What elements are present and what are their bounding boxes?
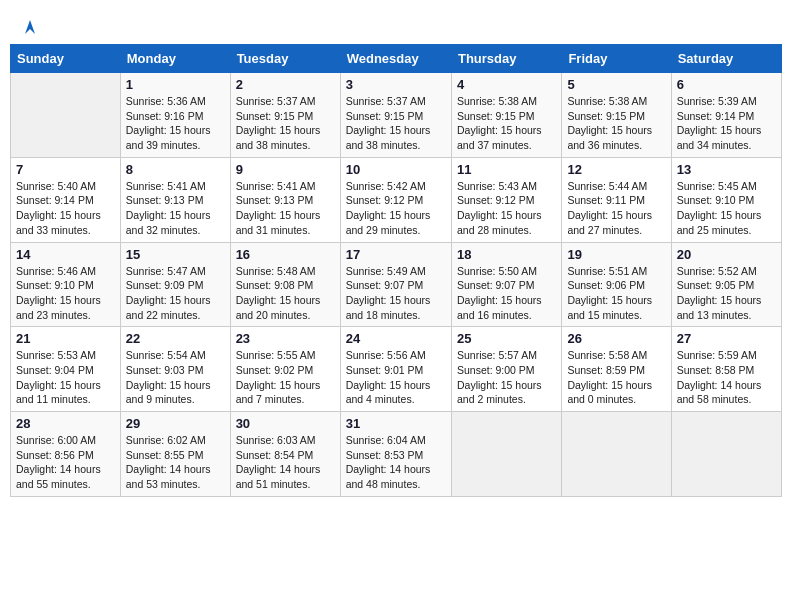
day-number: 13: [677, 162, 776, 177]
day-cell: 27Sunrise: 5:59 AM Sunset: 8:58 PM Dayli…: [671, 327, 781, 412]
day-info: Sunrise: 5:57 AM Sunset: 9:00 PM Dayligh…: [457, 348, 556, 407]
day-info: Sunrise: 5:45 AM Sunset: 9:10 PM Dayligh…: [677, 179, 776, 238]
day-cell: 2Sunrise: 5:37 AM Sunset: 9:15 PM Daylig…: [230, 73, 340, 158]
week-row-5: 28Sunrise: 6:00 AM Sunset: 8:56 PM Dayli…: [11, 412, 782, 497]
day-number: 26: [567, 331, 665, 346]
day-info: Sunrise: 6:03 AM Sunset: 8:54 PM Dayligh…: [236, 433, 335, 492]
day-cell: 14Sunrise: 5:46 AM Sunset: 9:10 PM Dayli…: [11, 242, 121, 327]
week-row-3: 14Sunrise: 5:46 AM Sunset: 9:10 PM Dayli…: [11, 242, 782, 327]
day-info: Sunrise: 5:49 AM Sunset: 9:07 PM Dayligh…: [346, 264, 446, 323]
day-info: Sunrise: 5:38 AM Sunset: 9:15 PM Dayligh…: [457, 94, 556, 153]
week-row-2: 7Sunrise: 5:40 AM Sunset: 9:14 PM Daylig…: [11, 157, 782, 242]
day-info: Sunrise: 5:37 AM Sunset: 9:15 PM Dayligh…: [346, 94, 446, 153]
day-number: 2: [236, 77, 335, 92]
logo-arrow-icon: [19, 16, 41, 38]
day-cell: 12Sunrise: 5:44 AM Sunset: 9:11 PM Dayli…: [562, 157, 671, 242]
day-info: Sunrise: 6:04 AM Sunset: 8:53 PM Dayligh…: [346, 433, 446, 492]
day-number: 31: [346, 416, 446, 431]
day-info: Sunrise: 5:58 AM Sunset: 8:59 PM Dayligh…: [567, 348, 665, 407]
day-number: 8: [126, 162, 225, 177]
day-number: 21: [16, 331, 115, 346]
day-number: 3: [346, 77, 446, 92]
day-cell: [671, 412, 781, 497]
svg-marker-0: [25, 20, 35, 34]
day-info: Sunrise: 5:40 AM Sunset: 9:14 PM Dayligh…: [16, 179, 115, 238]
day-info: Sunrise: 5:55 AM Sunset: 9:02 PM Dayligh…: [236, 348, 335, 407]
day-cell: 11Sunrise: 5:43 AM Sunset: 9:12 PM Dayli…: [451, 157, 561, 242]
day-cell: [11, 73, 121, 158]
day-number: 22: [126, 331, 225, 346]
day-cell: [562, 412, 671, 497]
logo: [18, 14, 41, 32]
day-number: 6: [677, 77, 776, 92]
day-number: 28: [16, 416, 115, 431]
day-info: Sunrise: 5:56 AM Sunset: 9:01 PM Dayligh…: [346, 348, 446, 407]
day-info: Sunrise: 5:47 AM Sunset: 9:09 PM Dayligh…: [126, 264, 225, 323]
day-cell: 30Sunrise: 6:03 AM Sunset: 8:54 PM Dayli…: [230, 412, 340, 497]
day-cell: 9Sunrise: 5:41 AM Sunset: 9:13 PM Daylig…: [230, 157, 340, 242]
day-info: Sunrise: 6:00 AM Sunset: 8:56 PM Dayligh…: [16, 433, 115, 492]
day-cell: 22Sunrise: 5:54 AM Sunset: 9:03 PM Dayli…: [120, 327, 230, 412]
day-cell: 7Sunrise: 5:40 AM Sunset: 9:14 PM Daylig…: [11, 157, 121, 242]
day-info: Sunrise: 5:36 AM Sunset: 9:16 PM Dayligh…: [126, 94, 225, 153]
day-info: Sunrise: 5:39 AM Sunset: 9:14 PM Dayligh…: [677, 94, 776, 153]
column-header-thursday: Thursday: [451, 45, 561, 73]
day-info: Sunrise: 5:50 AM Sunset: 9:07 PM Dayligh…: [457, 264, 556, 323]
day-cell: 29Sunrise: 6:02 AM Sunset: 8:55 PM Dayli…: [120, 412, 230, 497]
column-header-monday: Monday: [120, 45, 230, 73]
day-cell: 19Sunrise: 5:51 AM Sunset: 9:06 PM Dayli…: [562, 242, 671, 327]
day-number: 9: [236, 162, 335, 177]
day-info: Sunrise: 5:44 AM Sunset: 9:11 PM Dayligh…: [567, 179, 665, 238]
day-cell: 3Sunrise: 5:37 AM Sunset: 9:15 PM Daylig…: [340, 73, 451, 158]
day-number: 20: [677, 247, 776, 262]
day-number: 25: [457, 331, 556, 346]
week-row-4: 21Sunrise: 5:53 AM Sunset: 9:04 PM Dayli…: [11, 327, 782, 412]
day-cell: 5Sunrise: 5:38 AM Sunset: 9:15 PM Daylig…: [562, 73, 671, 158]
day-info: Sunrise: 5:48 AM Sunset: 9:08 PM Dayligh…: [236, 264, 335, 323]
day-cell: [451, 412, 561, 497]
day-number: 16: [236, 247, 335, 262]
day-info: Sunrise: 5:51 AM Sunset: 9:06 PM Dayligh…: [567, 264, 665, 323]
day-info: Sunrise: 6:02 AM Sunset: 8:55 PM Dayligh…: [126, 433, 225, 492]
calendar-table: SundayMondayTuesdayWednesdayThursdayFrid…: [10, 44, 782, 497]
day-cell: 28Sunrise: 6:00 AM Sunset: 8:56 PM Dayli…: [11, 412, 121, 497]
day-cell: 24Sunrise: 5:56 AM Sunset: 9:01 PM Dayli…: [340, 327, 451, 412]
day-info: Sunrise: 5:41 AM Sunset: 9:13 PM Dayligh…: [126, 179, 225, 238]
day-number: 4: [457, 77, 556, 92]
day-cell: 26Sunrise: 5:58 AM Sunset: 8:59 PM Dayli…: [562, 327, 671, 412]
day-cell: 15Sunrise: 5:47 AM Sunset: 9:09 PM Dayli…: [120, 242, 230, 327]
day-info: Sunrise: 5:53 AM Sunset: 9:04 PM Dayligh…: [16, 348, 115, 407]
column-header-sunday: Sunday: [11, 45, 121, 73]
day-number: 11: [457, 162, 556, 177]
day-number: 7: [16, 162, 115, 177]
day-info: Sunrise: 5:41 AM Sunset: 9:13 PM Dayligh…: [236, 179, 335, 238]
column-header-wednesday: Wednesday: [340, 45, 451, 73]
day-info: Sunrise: 5:42 AM Sunset: 9:12 PM Dayligh…: [346, 179, 446, 238]
header-row: SundayMondayTuesdayWednesdayThursdayFrid…: [11, 45, 782, 73]
day-info: Sunrise: 5:38 AM Sunset: 9:15 PM Dayligh…: [567, 94, 665, 153]
day-info: Sunrise: 5:43 AM Sunset: 9:12 PM Dayligh…: [457, 179, 556, 238]
day-cell: 23Sunrise: 5:55 AM Sunset: 9:02 PM Dayli…: [230, 327, 340, 412]
day-cell: 25Sunrise: 5:57 AM Sunset: 9:00 PM Dayli…: [451, 327, 561, 412]
day-cell: 13Sunrise: 5:45 AM Sunset: 9:10 PM Dayli…: [671, 157, 781, 242]
day-number: 14: [16, 247, 115, 262]
day-info: Sunrise: 5:59 AM Sunset: 8:58 PM Dayligh…: [677, 348, 776, 407]
day-info: Sunrise: 5:52 AM Sunset: 9:05 PM Dayligh…: [677, 264, 776, 323]
day-info: Sunrise: 5:46 AM Sunset: 9:10 PM Dayligh…: [16, 264, 115, 323]
day-number: 30: [236, 416, 335, 431]
day-info: Sunrise: 5:37 AM Sunset: 9:15 PM Dayligh…: [236, 94, 335, 153]
column-header-tuesday: Tuesday: [230, 45, 340, 73]
day-cell: 16Sunrise: 5:48 AM Sunset: 9:08 PM Dayli…: [230, 242, 340, 327]
week-row-1: 1Sunrise: 5:36 AM Sunset: 9:16 PM Daylig…: [11, 73, 782, 158]
day-number: 1: [126, 77, 225, 92]
day-number: 5: [567, 77, 665, 92]
day-number: 10: [346, 162, 446, 177]
day-number: 15: [126, 247, 225, 262]
day-cell: 18Sunrise: 5:50 AM Sunset: 9:07 PM Dayli…: [451, 242, 561, 327]
day-cell: 1Sunrise: 5:36 AM Sunset: 9:16 PM Daylig…: [120, 73, 230, 158]
day-cell: 6Sunrise: 5:39 AM Sunset: 9:14 PM Daylig…: [671, 73, 781, 158]
day-cell: 4Sunrise: 5:38 AM Sunset: 9:15 PM Daylig…: [451, 73, 561, 158]
day-info: Sunrise: 5:54 AM Sunset: 9:03 PM Dayligh…: [126, 348, 225, 407]
day-cell: 20Sunrise: 5:52 AM Sunset: 9:05 PM Dayli…: [671, 242, 781, 327]
day-number: 23: [236, 331, 335, 346]
